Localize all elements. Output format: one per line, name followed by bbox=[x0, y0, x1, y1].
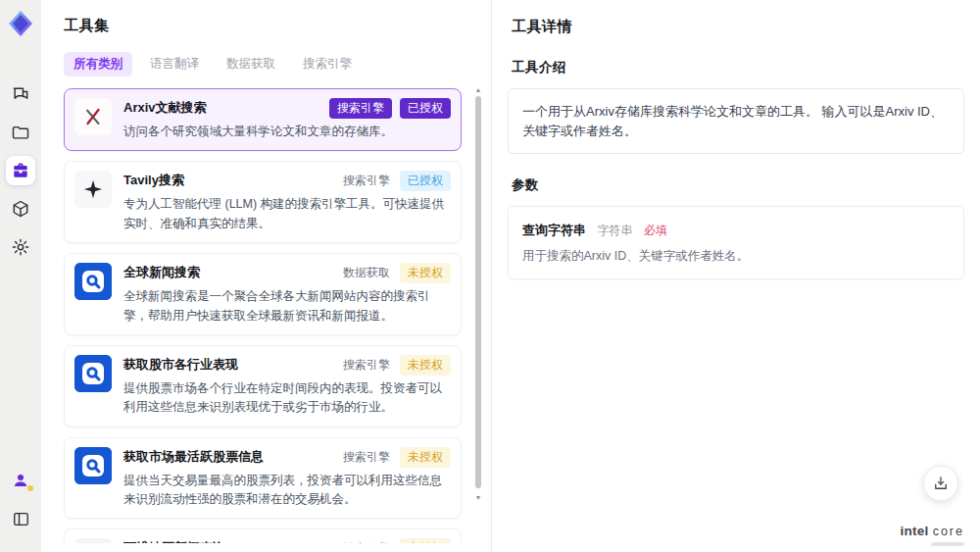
tool-tags: 搜索引擎已授权 bbox=[341, 171, 451, 191]
tool-card-1[interactable]: Tavily搜索搜索引擎已授权专为人工智能代理 (LLM) 构建的搜索引擎工具。… bbox=[64, 161, 462, 243]
tool-auth-status-badge: 未授权 bbox=[400, 538, 451, 543]
nav-rail bbox=[0, 0, 41, 552]
tool-tags: 搜索引擎未授权 bbox=[341, 355, 451, 376]
parameter-type: 字符串 bbox=[597, 224, 632, 237]
parameter-required-badge: 必填 bbox=[644, 224, 667, 237]
tool-name: Tavily搜索 bbox=[123, 171, 184, 189]
magnifier-app-icon bbox=[74, 355, 112, 392]
sidebar-item-4-gear-icon[interactable] bbox=[6, 232, 35, 262]
scrollbar[interactable]: ▲ ▼ bbox=[474, 86, 482, 552]
tool-name: 万维地区新闻查询 bbox=[123, 538, 225, 543]
tool-tags: 数据获取未授权 bbox=[341, 263, 451, 283]
brand-core-text: core bbox=[933, 525, 964, 538]
scrollbar-thumb[interactable] bbox=[475, 96, 481, 488]
category-tab-3[interactable]: 搜索引擎 bbox=[293, 52, 362, 76]
tool-auth-status-badge: 未授权 bbox=[400, 263, 451, 283]
tool-name: 全球新闻搜索 bbox=[123, 263, 200, 281]
tool-card-2[interactable]: 全球新闻搜索数据获取未授权全球新闻搜索是一个聚合全球各大新闻网站内容的搜索引擎，… bbox=[64, 253, 462, 335]
category-tab-2[interactable]: 数据获取 bbox=[217, 52, 285, 76]
tool-card-body: Arxiv文献搜索搜索引擎已授权访问各个研究领域大量科学论文和文章的存储库。 bbox=[123, 98, 451, 141]
tool-category-tag: 数据获取 bbox=[341, 263, 392, 283]
category-tab-1[interactable]: 语言翻译 bbox=[140, 52, 209, 76]
tool-card-body: 获取市场最活跃股票信息搜索引擎未授权提供当天交易量最高的股票列表，投资者可以利用… bbox=[123, 447, 451, 510]
category-tabs: 所有类别语言翻译数据获取搜索引擎 bbox=[64, 52, 491, 76]
brand-subtext-bar bbox=[931, 542, 964, 546]
magnifier-app-icon bbox=[74, 447, 112, 484]
tool-auth-status-badge: 已授权 bbox=[400, 171, 451, 191]
tool-description: 访问各个研究领域大量科学论文和文章的存储库。 bbox=[123, 123, 451, 141]
parameter-header: 查询字符串 字符串 必填 bbox=[522, 221, 950, 239]
category-tab-0[interactable]: 所有类别 bbox=[64, 52, 132, 76]
tool-description: 专为人工智能代理 (LLM) 构建的搜索引擎工具。可快速提供实时、准确和真实的结… bbox=[123, 195, 451, 233]
tool-name: 获取股市各行业表现 bbox=[123, 355, 238, 374]
tool-description: 全球新闻搜索是一个聚合全球各大新闻网站内容的搜索引擎，帮助用户快速获取全球最新资… bbox=[123, 287, 451, 326]
sidebar-item-0-chat-icon[interactable] bbox=[6, 79, 35, 109]
tool-description: 提供股票市场各个行业在特定时间段内的表现。投资者可以利用这些信息来识别表现优于或… bbox=[123, 379, 451, 418]
sidebar-item-1-folder-icon[interactable] bbox=[6, 118, 35, 147]
scroll-down-button[interactable]: ▼ bbox=[474, 494, 482, 502]
sidebar-item-3-cube-icon[interactable] bbox=[6, 194, 35, 224]
params-heading: 参数 bbox=[512, 176, 964, 194]
download-icon bbox=[932, 475, 950, 492]
tool-auth-status-badge: 未授权 bbox=[400, 447, 451, 468]
tool-card-3[interactable]: 获取股市各行业表现搜索引擎未授权提供股票市场各个行业在特定时间段内的表现。投资者… bbox=[64, 345, 462, 427]
tool-card-body: 全球新闻搜索数据获取未授权全球新闻搜索是一个聚合全球各大新闻网站内容的搜索引擎，… bbox=[123, 263, 451, 326]
tool-card-4[interactable]: 获取市场最活跃股票信息搜索引擎未授权提供当天交易量最高的股票列表，投资者可以利用… bbox=[64, 437, 462, 520]
tavily-star-icon bbox=[74, 171, 112, 208]
tool-category-tag: 搜索引擎 bbox=[341, 355, 392, 376]
brand-intel-text: intel bbox=[900, 524, 928, 538]
tool-intro-text: 一个用于从Arxiv存储库搜索科学论文和文章的工具。 输入可以是Arxiv ID… bbox=[508, 88, 964, 154]
avatar-badge bbox=[27, 485, 33, 491]
intro-heading: 工具介绍 bbox=[512, 59, 964, 76]
tool-card-list: Arxiv文献搜索搜索引擎已授权访问各个研究领域大量科学论文和文章的存储库。Ta… bbox=[64, 88, 491, 543]
app-window: 工具集 所有类别语言翻译数据获取搜索引擎 Arxiv文献搜索搜索引擎已授权访问各… bbox=[0, 0, 980, 552]
tool-name: Arxiv文献搜索 bbox=[123, 98, 207, 117]
tool-name: 获取市场最活跃股票信息 bbox=[123, 447, 264, 466]
tool-card-body: 万维地区新闻查询搜索引擎未授权查询具体行政区划内的新闻，快速了解各地新闻动 bbox=[123, 538, 451, 543]
tool-auth-status-badge: 未授权 bbox=[400, 355, 451, 376]
app-logo-gem-icon[interactable] bbox=[5, 8, 36, 39]
tool-tags: 搜索引擎未授权 bbox=[341, 447, 451, 468]
parameter-description: 用于搜索的Arxiv ID、关键字或作者姓名。 bbox=[522, 248, 950, 265]
page-title: 工具集 bbox=[64, 17, 491, 35]
arxiv-icon bbox=[74, 98, 112, 135]
tool-card-body: Tavily搜索搜索引擎已授权专为人工智能代理 (LLM) 构建的搜索引擎工具。… bbox=[123, 171, 451, 233]
tool-detail-panel: 工具详情 工具介绍 一个用于从Arxiv存储库搜索科学论文和文章的工具。 输入可… bbox=[492, 0, 980, 552]
scroll-up-button[interactable]: ▲ bbox=[474, 86, 482, 94]
tool-category-tag: 搜索引擎 bbox=[341, 538, 392, 543]
sidebar-item-2-toolbox-icon[interactable] bbox=[6, 156, 35, 185]
tool-category-tag: 搜索引擎 bbox=[341, 171, 392, 191]
parameter-card: 查询字符串 字符串 必填 用于搜索的Arxiv ID、关键字或作者姓名。 bbox=[508, 206, 964, 279]
tool-category-tag: 搜索引擎 bbox=[341, 447, 392, 468]
magnifier-app-icon bbox=[74, 263, 112, 300]
tool-card-0[interactable]: Arxiv文献搜索搜索引擎已授权访问各个研究领域大量科学论文和文章的存储库。 bbox=[64, 88, 462, 151]
tool-auth-status-badge: 已授权 bbox=[400, 98, 451, 119]
tool-tags: 搜索引擎已授权 bbox=[329, 98, 451, 119]
tool-card-body: 获取股市各行业表现搜索引擎未授权提供股票市场各个行业在特定时间段内的表现。投资者… bbox=[123, 355, 451, 418]
parameter-name: 查询字符串 bbox=[522, 223, 586, 237]
download-button[interactable] bbox=[923, 466, 958, 501]
sidebar-bottom-item-user-icon[interactable] bbox=[6, 466, 35, 495]
tool-category-tag: 搜索引擎 bbox=[329, 98, 392, 119]
tool-description: 提供当天交易量最高的股票列表，投资者可以利用这些信息来识别流动性强的股票和潜在的… bbox=[123, 472, 451, 510]
tools-list-panel: 工具集 所有类别语言翻译数据获取搜索引擎 Arxiv文献搜索搜索引擎已授权访问各… bbox=[41, 0, 492, 552]
sidebar-bottom-item-panel-toggle-icon[interactable] bbox=[6, 504, 35, 533]
intel-core-logo: intel core bbox=[900, 524, 964, 538]
tool-tags: 搜索引擎未授权 bbox=[341, 538, 451, 543]
detail-title: 工具详情 bbox=[512, 18, 964, 36]
tool-card-5[interactable]: 万维地区新闻查询搜索引擎未授权查询具体行政区划内的新闻，快速了解各地新闻动 bbox=[64, 528, 462, 543]
newspaper-icon bbox=[74, 538, 112, 543]
